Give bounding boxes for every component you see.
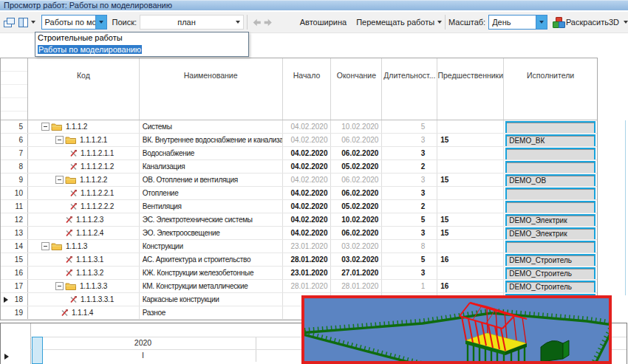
- cell-predecessors[interactable]: [437, 147, 504, 159]
- cell-predecessors[interactable]: [437, 160, 504, 173]
- executor-box[interactable]: DEMO_Строитель: [505, 281, 595, 292]
- executor-box[interactable]: DEMO_Строитель: [505, 267, 595, 279]
- cell-executors[interactable]: DEMO_ОВ: [504, 174, 597, 186]
- row-number-cell[interactable]: 15: [1, 253, 28, 266]
- executor-box[interactable]: [505, 161, 595, 173]
- expand-minus-box[interactable]: [55, 282, 64, 290]
- timeline-year-cell[interactable]: 2020: [30, 337, 256, 349]
- cell-duration[interactable]: 3: [382, 174, 437, 186]
- cell-name[interactable]: Водоснабжение: [140, 147, 283, 159]
- layout-caret-down-icon[interactable]: [31, 21, 35, 24]
- cell-duration[interactable]: 3: [382, 147, 437, 159]
- row-number-cell[interactable]: 5: [1, 120, 28, 133]
- layout-columns-icon[interactable]: [18, 18, 28, 27]
- row-number-cell[interactable]: 6: [1, 134, 28, 146]
- cell-finish[interactable]: 06.02.2020: [331, 174, 382, 186]
- cell-duration[interactable]: 5: [382, 120, 437, 133]
- cell-start[interactable]: 28.01.2020: [283, 280, 332, 292]
- cell-predecessors[interactable]: [437, 200, 504, 213]
- executor-box[interactable]: [505, 188, 595, 199]
- table-row[interactable]: 13 1.1.1.2.4 ЭО. Электроосвещение 04.02.…: [1, 227, 597, 240]
- row-number-cell[interactable]: 14: [1, 240, 28, 253]
- table-row[interactable]: 17 1.1.1.3.3 КМ. Конструкции металлическ…: [1, 280, 597, 293]
- table-row[interactable]: 15 1.1.1.3.1 АС. Архитектура и строитель…: [1, 253, 597, 267]
- timeline-quarter-cell[interactable]: I: [30, 350, 256, 362]
- cell-predecessors[interactable]: [437, 240, 504, 253]
- cell-start[interactable]: 04.02.2020: [283, 160, 332, 173]
- cell-predecessors[interactable]: 15: [437, 174, 504, 186]
- cell-duration[interactable]: 5: [382, 253, 437, 266]
- row-number-cell[interactable]: 16: [1, 267, 28, 279]
- scale-combobox[interactable]: День: [488, 15, 547, 30]
- navigate-forward-icon[interactable]: [263, 18, 273, 27]
- row-number-cell[interactable]: 9: [1, 174, 28, 186]
- cell-finish[interactable]: 03.02.2020: [331, 253, 382, 266]
- row-number-cell[interactable]: 13: [1, 227, 28, 239]
- expand-minus-box[interactable]: [41, 123, 50, 131]
- search-combobox[interactable]: план: [140, 15, 244, 30]
- column-header-executors[interactable]: Исполнители: [504, 58, 597, 120]
- cell-start[interactable]: 04.02.2020: [283, 213, 332, 226]
- row-number-cell[interactable]: 12: [1, 213, 28, 226]
- search-dropdown-button[interactable]: [233, 16, 243, 29]
- cell-finish[interactable]: 28.01.2020: [331, 280, 382, 292]
- cell-code[interactable]: 1.1.1.2.2.2: [28, 200, 140, 213]
- cell-code[interactable]: 1.1.1.2.4: [28, 227, 140, 239]
- cell-name[interactable]: Конструкции: [140, 240, 283, 253]
- table-row[interactable]: 6 1.1.1.2.1 ВК. Внутреннее водоснабжение…: [1, 134, 597, 147]
- cell-predecessors[interactable]: 16: [437, 253, 504, 266]
- row-number-cell[interactable]: 7: [1, 147, 28, 159]
- column-header-code[interactable]: Код: [28, 58, 140, 120]
- cell-executors[interactable]: [504, 240, 597, 253]
- cell-duration[interactable]: 2: [382, 160, 437, 173]
- cell-code[interactable]: 1.1.1.2.2: [28, 174, 140, 186]
- cell-code[interactable]: 1.1.1.3.3: [28, 280, 140, 292]
- executor-box[interactable]: DEMO_Строитель: [505, 254, 595, 266]
- cell-name[interactable]: Разное: [140, 306, 283, 319]
- cell-code[interactable]: 1.1.1.3.3.1: [28, 293, 140, 306]
- cell-executors[interactable]: DEMO_Строитель: [504, 280, 597, 292]
- cell-name[interactable]: Вентиляция: [140, 200, 283, 213]
- cell-start[interactable]: 04.02.2020: [283, 227, 332, 239]
- cell-name[interactable]: КМ. Конструкции металлические: [140, 280, 283, 292]
- column-header-predecessors[interactable]: Предшественники: [437, 58, 504, 120]
- cell-executors[interactable]: DEMO_Строитель: [504, 267, 597, 279]
- executor-box[interactable]: [505, 121, 595, 133]
- model-3d-view[interactable]: [301, 295, 612, 364]
- cell-finish[interactable]: 27.01.2020: [331, 267, 382, 279]
- cell-duration[interactable]: 3: [382, 227, 437, 239]
- column-header-finish[interactable]: Окончание: [331, 58, 382, 120]
- cell-duration[interactable]: 8: [382, 240, 437, 253]
- cell-code[interactable]: 1.1.1.2.1: [28, 134, 140, 146]
- cell-executors[interactable]: [504, 147, 597, 159]
- cascade-windows-icon[interactable]: [4, 18, 13, 27]
- cell-executors[interactable]: DEMO_Строитель: [504, 253, 597, 266]
- cell-start[interactable]: 23.01.2020: [283, 240, 332, 253]
- cell-name[interactable]: ОВ. Отопление и вентиляция: [140, 174, 283, 186]
- cell-code[interactable]: 1.1.1.2.1.1: [28, 147, 140, 159]
- cell-name[interactable]: КЖ. Конструкции железобетонные: [140, 267, 283, 279]
- cell-executors[interactable]: DEMO_Электрик: [504, 227, 597, 239]
- dropdown-item-modeling[interactable]: Работы по моделированию: [35, 44, 248, 56]
- row-number-cell[interactable]: 11: [1, 200, 28, 213]
- cell-executors[interactable]: DEMO_ВК: [504, 134, 597, 146]
- table-row[interactable]: 14 1.1.1.3 Конструкции 23.01.2020 03.02.…: [1, 240, 597, 253]
- row-number-cell[interactable]: 8: [1, 160, 28, 173]
- expand-minus-box[interactable]: [55, 136, 64, 144]
- table-row[interactable]: 16 1.1.1.3.2 КЖ. Конструкции железобетон…: [1, 267, 597, 280]
- column-header-duration[interactable]: Длительност...: [382, 58, 437, 120]
- cell-code[interactable]: 1.1.1.2.2.1: [28, 187, 140, 199]
- cell-finish[interactable]: 05.02.2020: [331, 160, 382, 173]
- cell-predecessors[interactable]: 15: [437, 227, 504, 239]
- cell-duration[interactable]: 3: [382, 267, 437, 279]
- cell-code[interactable]: 1.1.1.4: [28, 306, 140, 319]
- executor-box[interactable]: DEMO_ВК: [505, 134, 595, 146]
- cell-finish[interactable]: 06.02.2020: [331, 187, 382, 199]
- row-number-cell[interactable]: 17: [1, 280, 28, 292]
- table-row[interactable]: 11 1.1.1.2.2.2 Вентиляция 04.02.2020 05.…: [1, 200, 597, 213]
- cell-executors[interactable]: DEMO_Электрик: [504, 213, 597, 226]
- cell-code[interactable]: 1.1.1.3: [28, 240, 140, 253]
- colorize3d-caret-icon[interactable]: [624, 21, 628, 24]
- cell-name[interactable]: ВК. Внутреннее водоснабжение и канализац…: [140, 134, 283, 146]
- cell-name[interactable]: Отопление: [140, 187, 283, 199]
